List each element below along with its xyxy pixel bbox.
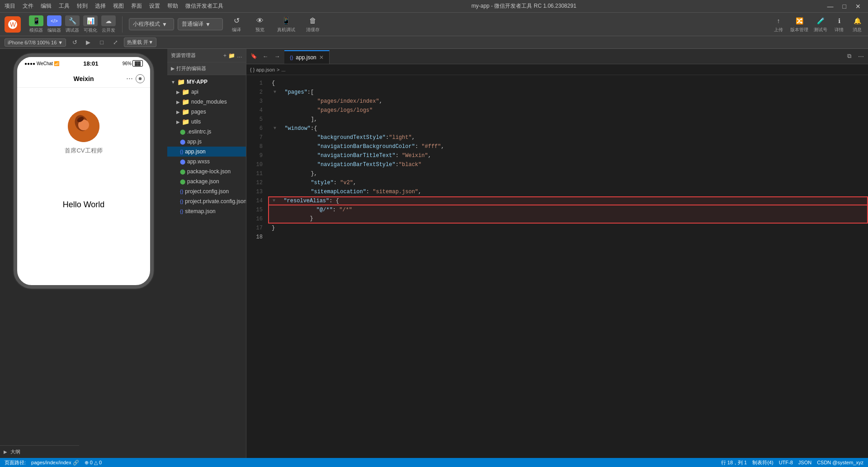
editor-button[interactable]: </> 编辑器 [47,15,61,33]
code-line-9: "navigationBarTitleText": "Weixin", [268,151,868,160]
root-folder[interactable]: ▼ 📁 MY-APP [167,77,246,87]
line-num-15: 15 [246,205,268,214]
code-line-7: "backgroundTextStyle":"light", [268,133,868,142]
menu-project[interactable]: 项目 [5,2,15,10]
line-num-17: 17 [246,224,268,233]
file-item-projectprivate[interactable]: {} project.private.config.json [167,196,246,206]
version-button[interactable]: 🔀 版本管理 [790,16,808,33]
utils-arrow: ▶ [176,119,180,124]
preview-button[interactable]: 👁 预览 [250,14,270,35]
file-item-node-modules[interactable]: ▶ 📁 node_modules [167,97,246,107]
debugger-button[interactable]: 🔧 调试器 [65,15,80,33]
explorer-header-icons: + 📁 … [223,52,242,59]
file-item-projectconfig[interactable]: {} project.config.json [167,186,246,196]
explorer-header: 资源管理器 + 📁 … [167,49,246,62]
appjs-icon: ⬤ [180,139,185,145]
split-editor-icon[interactable]: ⧉ [844,51,854,62]
collapse-icon[interactable]: … [237,52,242,59]
open-editor-label: 打开的编辑器 [176,65,206,72]
code-line-18 [268,233,868,242]
refresh-button[interactable]: ↺ [70,38,80,48]
file-item-api[interactable]: ▶ 📁 api [167,87,246,97]
menu-devtools[interactable]: 微信开发者工具 [185,2,223,10]
hotreload-selector[interactable]: 热重载 开▼ [124,38,156,47]
separator-1 [122,16,123,33]
cursor-position[interactable]: 行 18，列 1 [721,459,747,466]
api-folder-arrow: ▶ [176,90,180,95]
detail-label: 详情 [835,27,844,33]
code-line-2: ▼ "pages":[ [268,88,868,97]
menu-tools[interactable]: 工具 [59,2,70,10]
minimize-button[interactable]: — [825,2,836,11]
simulator-button[interactable]: 📱 模拟器 [29,15,43,33]
file-explorer: 资源管理器 + 📁 … ▶ 打开的编辑器 ▼ 📁 MY-APP ▶ 📁 api [167,49,246,458]
menu-settings[interactable]: 设置 [149,2,160,10]
status-bar: 页面路径: pages/index/index 🔗 ⊕ 0 △ 0 行 18，列… [0,458,868,467]
file-item-sitemap[interactable]: {} sitemap.json [167,206,246,216]
encoding[interactable]: UTF-8 [779,460,793,465]
detail-button[interactable]: ℹ 详情 [833,16,845,33]
editor-tab-appjson[interactable]: {} app.json ✕ [284,50,330,64]
compile-dropdown[interactable]: 普通编译 ▼ [178,18,223,30]
menu-ui[interactable]: 界面 [131,2,142,10]
expand-button[interactable]: ⤢ [110,38,120,48]
phone-content: 首席CV工程师 Hello World [17,88,150,219]
file-item-appjson[interactable]: {} app.json [167,147,246,157]
run-button[interactable]: ▶ [83,38,93,48]
language-mode[interactable]: JSON [798,460,811,465]
upload-button[interactable]: ↑ 上传 [772,16,785,33]
breadcrumb-more[interactable]: ... [282,67,286,72]
menu-goto[interactable]: 转到 [77,2,88,10]
clear-cache-button[interactable]: 🗑 清缓存 [302,14,323,35]
more-options-icon[interactable]: ⋯ [855,51,866,62]
utils-icon: 📁 [182,118,189,125]
nav-record-icon[interactable]: ⏺ [136,74,145,83]
new-file-icon[interactable]: + [223,52,226,59]
mode-dropdown[interactable]: 小程序模式 ▼ [129,18,174,30]
page-path[interactable]: pages/index/index 🔗 [31,460,79,466]
maximize-button[interactable]: □ [840,2,849,11]
cloud-button[interactable]: ☁ 云开发 [101,15,116,33]
title-bar: 项目 文件 编辑 工具 转到 选择 视图 界面 设置 帮助 微信开发者工具 my… [0,0,868,13]
bookmark-icon[interactable]: 🔖 [248,51,259,62]
code-line-11: }, [268,169,868,178]
compile-button[interactable]: ↺ 编译 [226,14,246,35]
test-button[interactable]: 🧪 测试号 [814,16,827,33]
real-debug-button[interactable]: 📱 真机调试 [274,14,299,35]
menu-help[interactable]: 帮助 [167,2,178,10]
file-item-packagejson[interactable]: ⬤ package.json [167,176,246,186]
close-button[interactable]: ✕ [853,2,863,11]
phone-nav-bar: Weixin ··· ⏺ [17,70,150,88]
new-folder-icon[interactable]: 📁 [228,52,235,59]
menu-view[interactable]: 视图 [113,2,124,10]
menu-file[interactable]: 文件 [23,2,33,10]
tab-size[interactable]: 制表符(4) [752,459,773,466]
line-num-11: 11 [246,169,268,178]
cloud-icon: ☁ [101,15,116,26]
visual-button[interactable]: 📊 可视化 [83,15,98,33]
projectconfig-name: project.config.json [185,188,229,195]
menu-edit[interactable]: 编辑 [41,2,52,10]
projectconfig-icon: {} [180,189,183,194]
code-area[interactable]: 1 2 3 4 5 6 7 8 9 10 11 12 13 14 15 16 1… [246,75,868,458]
file-item-eslintrc[interactable]: ⬤ .eslintrc.js [167,127,246,137]
nav-dots-icon[interactable]: ··· [126,74,133,83]
file-item-appjs[interactable]: ⬤ app.js [167,137,246,147]
file-item-pages[interactable]: ▶ 📁 pages [167,107,246,117]
open-editor-section[interactable]: ▶ 打开的编辑器 [167,62,246,75]
menu-select[interactable]: 选择 [95,2,106,10]
screenshot-button[interactable]: □ [97,38,107,48]
file-item-utils[interactable]: ▶ 📁 utils [167,117,246,127]
nav-forward-icon[interactable]: → [272,51,283,62]
code-content[interactable]: { ▼ "pages":[ "pages/index/index", "page… [268,75,868,458]
file-item-appwxss[interactable]: ⬤ app.wxss [167,157,246,167]
device-selector[interactable]: iPhone 6/7/8 100% 16 ▼ [5,38,66,47]
line-num-9: 9 [246,151,268,160]
code-line-17: } [268,224,868,233]
tab-close-icon[interactable]: ✕ [319,54,324,61]
file-item-packagelock[interactable]: ⬤ package-lock.json [167,167,246,176]
nav-back-icon[interactable]: ← [260,51,271,62]
breadcrumb-file[interactable]: { } app.json [250,67,275,72]
code-line-8: "navigationBarBackgroundColor": "#fff", [268,142,868,151]
message-button[interactable]: 🔔 消息 [851,16,863,33]
